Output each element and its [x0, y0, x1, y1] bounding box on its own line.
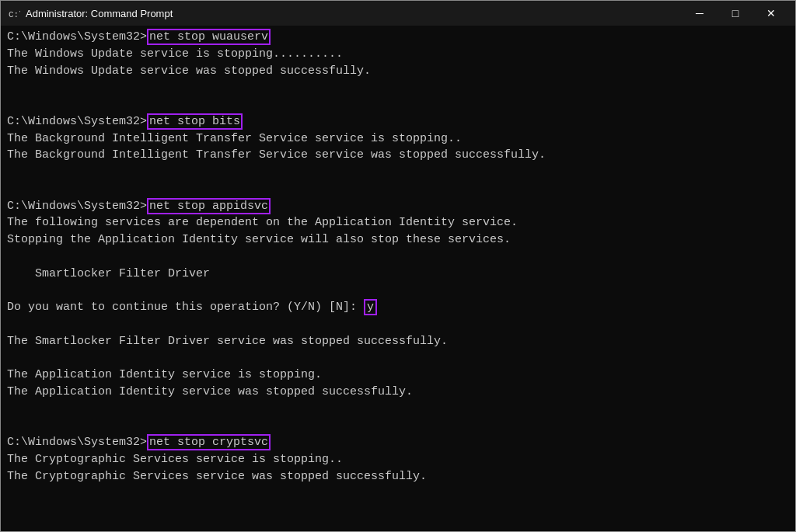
- cmd-window: C:\ Administrator: Command Prompt ─ □ ✕ …: [0, 0, 796, 532]
- line-1: C:\Windows\System32>net stop wuauserv: [7, 29, 789, 46]
- close-button[interactable]: ✕: [753, 1, 789, 26]
- line-26: The Cryptographic Services service is st…: [7, 451, 789, 468]
- line-13: Stopping the Application Identity servic…: [7, 231, 789, 249]
- line-19: The Smartlocker Filter Driver service wa…: [7, 333, 789, 350]
- line-15: Smartlocker Filter Driver: [7, 266, 789, 283]
- line-18: [7, 316, 789, 333]
- line-27: The Cryptographic Services service was s…: [7, 468, 789, 485]
- prompt-1: C:\Windows\System32>: [7, 30, 147, 43]
- line-6: C:\Windows\System32>net stop bits: [7, 113, 789, 130]
- maximize-button[interactable]: □: [717, 1, 753, 26]
- window-title: Administrator: Command Prompt: [26, 8, 682, 19]
- minimize-button[interactable]: ─: [682, 1, 717, 26]
- cmd-1: net stop wuauserv: [147, 29, 271, 45]
- cmd-3: net stop appidsvc: [147, 198, 271, 214]
- line-14: [7, 249, 789, 266]
- line-17: Do you want to continue this operation? …: [7, 299, 789, 316]
- svg-text:C:\: C:\: [9, 10, 20, 19]
- prompt-3: C:\Windows\System32>: [7, 200, 147, 213]
- line-5: [7, 96, 789, 113]
- line-11: C:\Windows\System32>net stop appidsvc: [7, 198, 789, 215]
- line-21: The Application Identity service is stop…: [7, 367, 789, 384]
- line-9: [7, 164, 789, 181]
- line-22: The Application Identity service was sto…: [7, 384, 789, 401]
- title-bar: C:\ Administrator: Command Prompt ─ □ ✕: [1, 1, 795, 26]
- prompt-2: C:\Windows\System32>: [7, 115, 147, 128]
- line-12: The following services are dependent on …: [7, 214, 789, 231]
- cmd-icon: C:\: [7, 6, 21, 20]
- line-2: The Windows Update service is stopping..…: [7, 46, 789, 63]
- line-4: [7, 79, 789, 96]
- line-23: [7, 401, 789, 418]
- yn-answer: y: [364, 299, 377, 315]
- window-controls: ─ □ ✕: [682, 1, 789, 26]
- line-3: The Windows Update service was stopped s…: [7, 63, 789, 80]
- cmd-2: net stop bits: [147, 113, 243, 130]
- line-7: The Background Intelligent Transfer Serv…: [7, 130, 789, 148]
- line-25: C:\Windows\System32>net stop cryptsvc: [7, 434, 789, 451]
- line-10: [7, 181, 789, 198]
- cmd-4: net stop cryptsvc: [147, 434, 271, 450]
- line-8: The Background Intelligent Transfer Serv…: [7, 147, 789, 164]
- terminal-body[interactable]: C:\Windows\System32>net stop wuauserv Th…: [1, 26, 795, 531]
- line-20: [7, 349, 789, 367]
- prompt-4: C:\Windows\System32>: [7, 436, 147, 449]
- line-24: [7, 417, 789, 434]
- line-16: [7, 282, 789, 299]
